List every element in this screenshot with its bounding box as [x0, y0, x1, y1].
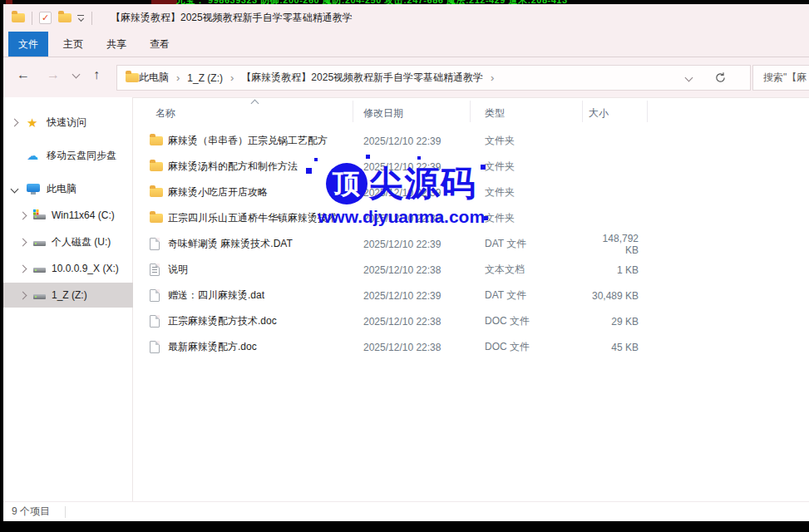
file-type: 文件夹	[485, 211, 589, 225]
ribbon-tabs: 文件 主页 共享 查看	[3, 32, 809, 57]
sidebar-item-label: 10.0.0.9_X (X:)	[52, 263, 119, 274]
file-row[interactable]: 赠送：四川麻辣烫.dat 2025/12/10 22:39 DAT 文件 30,…	[133, 283, 809, 308]
file-type-icon	[150, 341, 160, 353]
file-type-icon	[150, 188, 163, 197]
file-type: DOC 文件	[485, 340, 589, 354]
ribbon-tab-label: 查看	[150, 37, 170, 52]
sidebar-item-icon: ★	[27, 116, 37, 129]
column-header-size[interactable]: 大小	[589, 106, 609, 121]
file-rows: 麻辣烫（串串香）正宗兑锅工艺配方 2025/12/10 22:39 文件夹 麻辣…	[133, 128, 809, 360]
folder-icon[interactable]	[12, 13, 25, 22]
file-row[interactable]: 奇味鲜涮烫 麻辣烫技术.DAT 2025/12/10 22:39 DAT 文件 …	[133, 231, 809, 257]
ribbon-tab-文件[interactable]: 文件	[8, 32, 48, 57]
recent-locations-dropdown-icon[interactable]	[72, 71, 81, 79]
sidebar-item-移动云盘同步盘[interactable]: ☁ 移动云盘同步盘	[3, 143, 133, 168]
expander-chevron-icon[interactable]	[11, 185, 19, 193]
quick-access-toolbar-dropdown-icon[interactable]	[76, 14, 85, 22]
breadcrumb-item[interactable]: 【麻辣烫教程】2025视频教程新手自学零基础精通教学	[241, 71, 483, 85]
column-divider[interactable]	[582, 101, 583, 122]
file-type: DOC 文件	[485, 314, 589, 328]
checkmark-icon[interactable]: ✓	[39, 12, 52, 24]
file-row[interactable]: 正宗四川乐山五通桥牛华镇麻辣烫技术 2025/12/10 22:39 文件夹	[133, 205, 809, 231]
file-type-icon	[150, 264, 160, 276]
ribbon-tab-主页[interactable]: 主页	[55, 32, 91, 57]
sidebar-item-1_Z (Z:)[interactable]: 1_Z (Z:)	[3, 283, 133, 308]
file-date: 2025/12/10 22:39	[363, 290, 485, 302]
file-date: 2025/12/10 22:38	[363, 342, 485, 353]
divider	[91, 12, 92, 25]
column-divider[interactable]	[647, 101, 648, 122]
file-name: 正宗麻辣烫配方技术.doc	[168, 314, 363, 328]
sort-ascending-icon[interactable]	[251, 100, 259, 108]
breadcrumb-chevron-icon[interactable]: ›	[230, 71, 234, 84]
navigation-pane: ★ 快速访问 ☁ 移动云盘同步盘 此电脑	[3, 97, 133, 501]
ribbon-tab-查看[interactable]: 查看	[141, 32, 178, 57]
screenshot-root: 元宝： 998639323 防御:200-260 魔防:204-250 攻击:2…	[0, 0, 809, 532]
up-button[interactable]: ↑	[93, 67, 100, 82]
file-date: 2025/12/10 22:39	[363, 187, 485, 199]
column-header-name[interactable]: 名称	[155, 106, 175, 121]
file-date: 2025/12/10 22:39	[363, 135, 485, 147]
refresh-icon[interactable]	[714, 66, 727, 90]
breadcrumb-chevron-icon[interactable]: ›	[176, 71, 180, 84]
file-type: 文件夹	[485, 134, 589, 148]
file-row[interactable]: 说明 2025/12/10 22:38 文本文档 1 KB	[133, 257, 809, 283]
expander-chevron-icon[interactable]	[11, 118, 19, 126]
ribbon-tab-共享[interactable]: 共享	[98, 32, 135, 57]
ribbon-tab-label: 共享	[106, 37, 126, 52]
sidebar-item-icon: ☁	[27, 150, 38, 161]
sidebar-item-快速访问[interactable]: ★ 快速访问	[3, 110, 133, 135]
file-type: DAT 文件	[485, 237, 589, 251]
expander-chevron-icon[interactable]	[19, 238, 27, 246]
file-name: 麻辣烫（串串香）正宗兑锅工艺配方	[168, 134, 363, 148]
file-row[interactable]: 麻辣烫小吃店开店攻略 2025/12/10 22:39 文件夹	[133, 180, 809, 205]
sidebar-item-icon	[33, 241, 46, 246]
expander-chevron-icon[interactable]	[19, 264, 27, 273]
sidebar-item-icon	[27, 184, 40, 195]
file-row[interactable]: 最新麻辣烫配方.doc 2025/12/10 22:38 DOC 文件 45 K…	[133, 334, 809, 360]
sidebar-item-label: Win11x64 (C:)	[52, 209, 115, 221]
breadcrumb-item[interactable]: 此电脑	[139, 71, 169, 85]
address-bar[interactable]: 此电脑› 1_Z (Z:)› 【麻辣烫教程】2025视频教程新手自学零基础精通教…	[116, 65, 751, 91]
title-bar: ✓ 【麻辣烫教程】2025视频教程新手自学零基础精通教学	[3, 4, 809, 32]
search-placeholder: 搜索"【麻	[763, 71, 807, 85]
file-size: 1 KB	[589, 264, 639, 276]
column-divider[interactable]	[470, 101, 471, 122]
sidebar-item-icon	[33, 294, 46, 299]
sidebar-item-此电脑[interactable]: 此电脑	[3, 176, 133, 201]
sidebar-item-label: 1_Z (Z:)	[52, 289, 87, 301]
file-row[interactable]: 正宗麻辣烫配方技术.doc 2025/12/10 22:38 DOC 文件 29…	[133, 308, 809, 334]
explorer-window: ✓ 【麻辣烫教程】2025视频教程新手自学零基础精通教学 文件 主页 共享 查看…	[3, 4, 809, 521]
file-size: 45 KB	[589, 342, 639, 353]
ribbon-tab-label: 文件	[18, 37, 38, 52]
sidebar-item-Win11x64 (C:)[interactable]: Win11x64 (C:)	[3, 203, 133, 228]
column-header-type[interactable]: 类型	[485, 106, 505, 121]
address-history-dropdown-icon[interactable]	[686, 66, 692, 90]
expander-chevron-icon[interactable]	[19, 291, 27, 299]
folder-icon[interactable]	[58, 13, 72, 22]
divider	[32, 12, 32, 25]
window-title: 【麻辣烫教程】2025视频教程新手自学零基础精通教学	[111, 11, 353, 25]
file-row[interactable]: 麻辣烫（串串香）正宗兑锅工艺配方 2025/12/10 22:39 文件夹	[133, 128, 809, 154]
file-row[interactable]: 麻辣烫汤料的配方和制作方法 2025/12/10 22:39 文件夹	[133, 154, 809, 180]
column-header-date[interactable]: 修改日期	[363, 106, 403, 121]
file-type: 文件夹	[485, 160, 589, 174]
address-toolbar: ← → ↑ 此电脑› 1_Z (Z:)› 【麻辣烫教程】2025视频教程新手自学…	[3, 57, 809, 97]
ribbon-tab-label: 主页	[63, 37, 83, 52]
forward-button[interactable]: →	[47, 67, 60, 82]
file-type-icon	[150, 289, 160, 302]
file-date: 2025/12/10 22:39	[363, 213, 485, 224]
sidebar-item-个人磁盘 (U:)[interactable]: 个人磁盘 (U:)	[3, 229, 133, 254]
back-button[interactable]: ←	[17, 67, 30, 82]
file-type-icon	[150, 315, 160, 328]
expander-chevron-icon[interactable]	[19, 211, 27, 219]
sidebar-item-10.0.0.9_X (X:)[interactable]: 10.0.0.9_X (X:)	[3, 256, 133, 281]
breadcrumb-item[interactable]: 1_Z (Z:)	[187, 72, 223, 84]
file-size: 148,792 KB	[589, 233, 639, 256]
list-header: 名称 修改日期 类型 大小	[133, 98, 809, 126]
sidebar-item-label: 个人磁盘 (U:)	[52, 235, 111, 249]
column-divider[interactable]	[353, 101, 353, 122]
sidebar-item-label: 快速访问	[47, 116, 86, 130]
search-input[interactable]: 搜索"【麻	[752, 65, 809, 91]
breadcrumb-chevron-icon[interactable]: ›	[491, 71, 494, 84]
